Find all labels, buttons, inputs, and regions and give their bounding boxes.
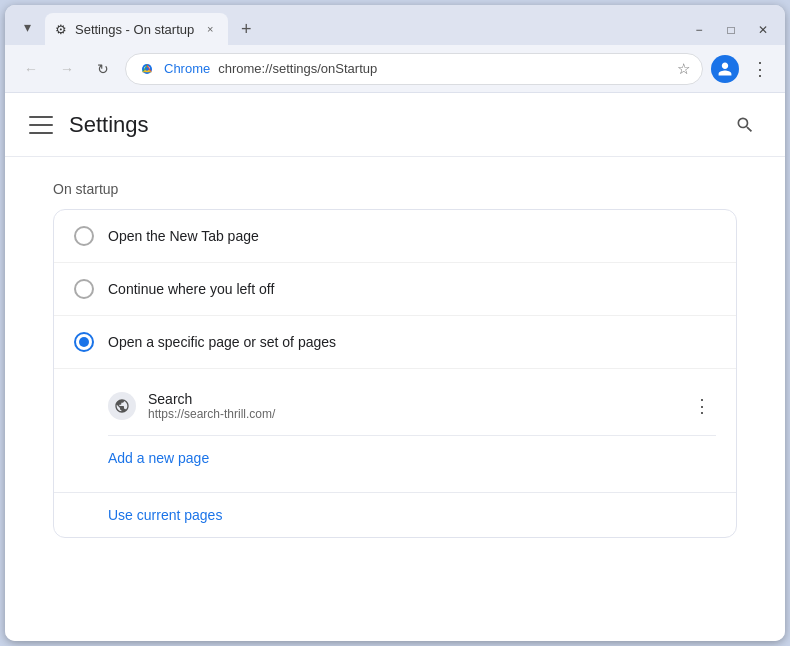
option-continue-label: Continue where you left off — [108, 281, 274, 297]
radio-new-tab[interactable] — [74, 226, 94, 246]
startup-page-name: Search — [148, 391, 676, 407]
startup-page-item: Search https://search-thrill.com/ ⋮ — [108, 381, 716, 431]
reload-button[interactable]: ↻ — [89, 55, 117, 83]
page-content: Settings On startup Open the New Tab pag… — [5, 93, 785, 641]
maximize-button[interactable]: □ — [717, 19, 745, 41]
svg-point-3 — [145, 67, 149, 71]
option-continue[interactable]: Continue where you left off — [54, 262, 736, 315]
page-title: Settings — [69, 112, 149, 138]
forward-button[interactable]: → — [53, 55, 81, 83]
address-bar: ← → ↻ Chrome chrome://settings/onStartup… — [5, 45, 785, 93]
new-tab-button[interactable]: + — [232, 15, 260, 43]
tab-area: ▾ ⚙ Settings - On startup × + — [13, 13, 681, 45]
globe-icon — [114, 398, 130, 414]
radio-specific[interactable] — [74, 332, 94, 352]
add-new-page-button[interactable]: Add a new page — [108, 440, 716, 476]
title-bar: ▾ ⚙ Settings - On startup × + − □ ✕ — [5, 5, 785, 45]
add-page-divider — [108, 435, 716, 436]
section-label: On startup — [53, 181, 737, 197]
browser-menu-button[interactable]: ⋮ — [747, 54, 773, 84]
active-tab[interactable]: ⚙ Settings - On startup × — [45, 13, 228, 45]
bookmark-star-icon[interactable]: ☆ — [677, 60, 690, 78]
close-button[interactable]: ✕ — [749, 19, 777, 41]
settings-body: On startup Open the New Tab page Continu… — [5, 157, 785, 641]
startup-page-info: Search https://search-thrill.com/ — [148, 391, 676, 421]
use-current-pages-button[interactable]: Use current pages — [54, 493, 736, 537]
startup-page-url: https://search-thrill.com/ — [148, 407, 676, 421]
settings-search-button[interactable] — [729, 109, 761, 141]
option-specific-label: Open a specific page or set of pages — [108, 334, 336, 350]
url-text: chrome://settings/onStartup — [218, 61, 377, 76]
chrome-logo-icon — [138, 60, 156, 78]
hamburger-menu-button[interactable] — [29, 116, 53, 134]
tab-dropdown-btn[interactable]: ▾ — [13, 13, 41, 41]
option-new-tab-label: Open the New Tab page — [108, 228, 259, 244]
radio-continue[interactable] — [74, 279, 94, 299]
page-favicon-icon — [108, 392, 136, 420]
option-specific[interactable]: Open a specific page or set of pages — [54, 315, 736, 368]
tab-title: Settings - On startup — [75, 22, 194, 37]
browser-window: ▾ ⚙ Settings - On startup × + − □ ✕ ← → … — [5, 5, 785, 641]
startup-page-menu-button[interactable]: ⋮ — [688, 392, 716, 420]
tab-close-button[interactable]: × — [202, 21, 218, 37]
window-controls: − □ ✕ — [685, 19, 777, 41]
settings-header: Settings — [5, 93, 785, 157]
profile-button[interactable] — [711, 55, 739, 83]
profile-avatar-icon — [717, 61, 733, 77]
url-brand-label: Chrome — [164, 61, 210, 76]
url-bar[interactable]: Chrome chrome://settings/onStartup ☆ — [125, 53, 703, 85]
back-button[interactable]: ← — [17, 55, 45, 83]
tab-favicon-icon: ⚙ — [55, 22, 67, 37]
minimize-button[interactable]: − — [685, 19, 713, 41]
option-new-tab[interactable]: Open the New Tab page — [54, 210, 736, 262]
startup-pages-section: Search https://search-thrill.com/ ⋮ Add … — [54, 368, 736, 492]
search-icon — [735, 115, 755, 135]
options-card: Open the New Tab page Continue where you… — [53, 209, 737, 538]
